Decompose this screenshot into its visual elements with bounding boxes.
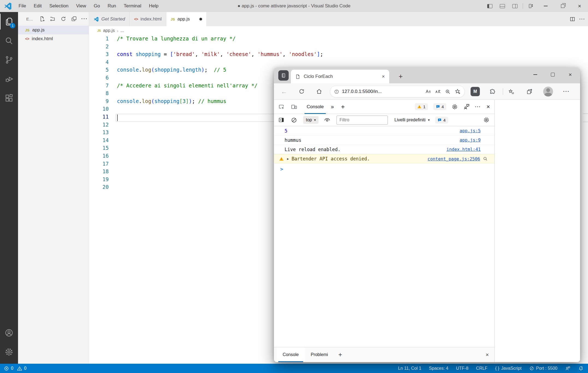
new-folder-icon[interactable]: [50, 16, 56, 22]
modified-dot-icon[interactable]: [199, 18, 202, 20]
drawer-tab-problemi[interactable]: Problemi: [305, 347, 334, 362]
address-bar[interactable]: 127.0.0.1:5500/in...: [330, 86, 465, 98]
eol-sequence[interactable]: CRLF: [476, 366, 487, 371]
problems-indicator[interactable]: 0 0: [4, 366, 26, 371]
new-file-icon[interactable]: [39, 16, 45, 22]
activity-source-control-icon[interactable]: [0, 50, 18, 69]
split-editor-icon[interactable]: [569, 16, 575, 22]
console-row[interactable]: 5app.js:5: [274, 126, 494, 136]
browser-tab[interactable]: Ciclo ForEach ×: [291, 70, 389, 83]
account-icon[interactable]: [0, 323, 18, 342]
expand-icon[interactable]: ▶: [287, 157, 289, 161]
activity-explorer-icon[interactable]: 1: [0, 12, 18, 31]
inspect-element-icon[interactable]: [278, 104, 285, 110]
minimize-button[interactable]: [537, 0, 554, 12]
live-expression-eye-icon[interactable]: [324, 117, 330, 123]
tab-index-html[interactable]: <> index.html: [130, 12, 166, 26]
extension-m-icon[interactable]: M: [471, 87, 480, 96]
customize-layout-icon[interactable]: [525, 0, 537, 12]
home-icon[interactable]: [315, 87, 323, 96]
site-info-icon[interactable]: [334, 89, 339, 94]
console-settings-gear-icon[interactable]: [483, 117, 489, 123]
back-icon[interactable]: ←: [280, 87, 288, 96]
language-mode[interactable]: { } JavaScript: [495, 366, 522, 371]
messages-badge[interactable]: 4: [433, 103, 446, 110]
source-link[interactable]: content_page.js:2506: [427, 156, 480, 161]
cursor-position[interactable]: Ln 11, Col 1: [398, 366, 421, 371]
tab-get-started[interactable]: Get Started: [89, 12, 130, 26]
add-favorite-star-icon[interactable]: [455, 89, 461, 95]
new-tab-button[interactable]: +: [395, 71, 406, 82]
file-item-appjs[interactable]: JS app.js: [18, 26, 89, 34]
url-text[interactable]: 127.0.0.1:5500/in...: [342, 89, 382, 94]
activity-extensions-icon[interactable]: [0, 89, 18, 108]
levels-messages-badge[interactable]: 4: [435, 117, 448, 124]
editor-more-actions-icon[interactable]: ···: [579, 17, 585, 22]
code-line[interactable]: [117, 59, 588, 67]
console-filter-input[interactable]: [336, 116, 388, 125]
toggle-secondary-sidebar-icon[interactable]: [509, 0, 521, 12]
browser-minimize-button[interactable]: [527, 67, 544, 82]
indentation[interactable]: Spaces: 4: [429, 366, 448, 371]
source-link[interactable]: index.html:41: [447, 147, 481, 152]
devtools-settings-gear-icon[interactable]: [452, 104, 458, 110]
more-panels-icon[interactable]: »: [331, 104, 334, 110]
toggle-sidebar-icon[interactable]: [483, 0, 496, 12]
devtools-more-icon[interactable]: ···: [475, 104, 481, 109]
clear-console-icon[interactable]: [291, 117, 297, 123]
devtools-close-icon[interactable]: ×: [486, 103, 490, 110]
menu-run[interactable]: Run: [104, 0, 120, 12]
browser-page-content[interactable]: [494, 100, 580, 362]
context-selector[interactable]: top ▾: [303, 116, 318, 124]
profile-avatar[interactable]: [543, 87, 553, 96]
log-levels-selector[interactable]: Livelli predefiniti ▾: [394, 118, 430, 122]
encoding[interactable]: UTF-8: [456, 366, 468, 371]
console-row[interactable]: Live reload enabled.index.html:41: [274, 145, 494, 154]
console-row[interactable]: ▶Bartender API access denied.content_pag…: [274, 154, 494, 163]
code-line[interactable]: [117, 43, 588, 51]
console-sidebar-toggle-icon[interactable]: [278, 117, 284, 123]
browser-close-button[interactable]: ×: [562, 67, 579, 82]
device-emulation-icon[interactable]: [291, 104, 297, 110]
collapse-folders-icon[interactable]: [71, 16, 77, 22]
activity-run-debug-icon[interactable]: [0, 69, 18, 89]
live-server-port[interactable]: Port : 5500: [529, 366, 557, 371]
refresh-explorer-icon[interactable]: [60, 16, 66, 22]
source-link[interactable]: app.js:5: [460, 128, 481, 133]
code-line[interactable]: /* Trovare la lunghezza di un array */: [117, 36, 588, 43]
toggle-panel-icon[interactable]: [496, 0, 509, 12]
add-panel-icon[interactable]: +: [341, 103, 345, 111]
reload-icon[interactable]: [297, 87, 306, 96]
explorer-section-title[interactable]: E...: [26, 17, 33, 21]
breadcrumb[interactable]: JS app.js › ...: [89, 26, 588, 35]
menu-go[interactable]: Go: [90, 0, 104, 12]
favorites-bar-icon[interactable]: [507, 87, 516, 96]
devtools-tab-console[interactable]: Console: [302, 100, 328, 114]
feedback-icon[interactable]: [565, 366, 571, 371]
drawer-close-icon[interactable]: ×: [486, 352, 489, 358]
browser-maximize-button[interactable]: [544, 67, 562, 82]
drawer-add-icon[interactable]: +: [338, 351, 342, 359]
breadcrumb-file[interactable]: app.js: [103, 28, 115, 33]
tab-close-icon[interactable]: ×: [382, 74, 385, 80]
close-button[interactable]: ×: [571, 0, 588, 12]
console-prompt[interactable]: >: [274, 163, 494, 174]
menu-view[interactable]: View: [72, 0, 90, 12]
zoom-icon[interactable]: [445, 89, 451, 95]
translate-icon[interactable]: [435, 89, 441, 95]
menu-terminal[interactable]: Terminal: [120, 0, 145, 12]
breadcrumb-more[interactable]: ...: [120, 28, 124, 33]
browser-settings-more-icon[interactable]: ···: [562, 87, 571, 96]
menu-edit[interactable]: Edit: [30, 0, 45, 12]
activity-search-icon[interactable]: [0, 31, 18, 50]
collections-icon[interactable]: [525, 87, 534, 96]
read-aloud-icon[interactable]: [425, 89, 431, 95]
warnings-badge[interactable]: 1: [415, 103, 428, 110]
workspaces-icon[interactable]: [278, 70, 289, 81]
source-link[interactable]: app.js:9: [460, 137, 481, 143]
notifications-bell-icon[interactable]: [578, 366, 584, 371]
file-item-indexhtml[interactable]: <> index.html: [18, 34, 89, 43]
code-line[interactable]: const shopping = ['bread', 'milk', 'chee…: [117, 51, 588, 59]
menu-selection[interactable]: Selection: [46, 0, 72, 12]
extension-puzzle-icon[interactable]: [487, 87, 497, 96]
